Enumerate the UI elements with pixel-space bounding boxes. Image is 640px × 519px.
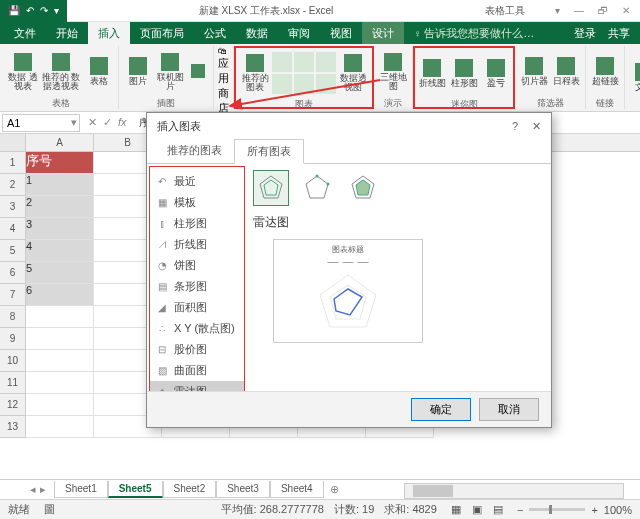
store-button[interactable]: 🛍 应用商店 [218,46,229,116]
text-button[interactable]: 文本 [629,53,640,103]
share-link[interactable]: 共享 [608,26,630,41]
pie-chart-icon[interactable] [316,52,336,72]
column-chart-icon[interactable] [272,52,292,72]
accept-formula-icon[interactable]: ✓ [103,116,112,129]
tab-insert[interactable]: 插入 [88,22,130,44]
cell[interactable] [26,394,94,416]
login-link[interactable]: 登录 [574,26,596,41]
cancel-button[interactable]: 取消 [479,398,539,421]
cell[interactable] [26,350,94,372]
recommended-pivot-button[interactable]: 推荐的 数据透视表 [40,47,82,97]
page-layout-icon[interactable]: ▣ [468,503,486,515]
chart-type-item[interactable]: ▧曲面图 [150,360,244,381]
sheet-tab[interactable]: Sheet4 [270,481,324,498]
cell[interactable]: 3 [26,218,94,240]
select-all-corner[interactable] [0,134,26,151]
row-header[interactable]: 2 [0,174,26,196]
chart-type-item[interactable]: ↶最近 [150,171,244,192]
tab-all-charts[interactable]: 所有图表 [234,139,304,164]
cell[interactable] [26,416,94,438]
zoom-out-icon[interactable]: − [517,504,523,516]
horizontal-scrollbar[interactable] [404,483,624,499]
chart-type-item[interactable]: ⩘折线图 [150,234,244,255]
name-box[interactable]: A1▾ [2,114,80,132]
timeline-button[interactable]: 日程表 [551,47,581,97]
radar-variant-filled[interactable] [345,170,381,206]
ribbon-options-icon[interactable]: ▾ [555,5,560,16]
tab-home[interactable]: 开始 [46,22,88,44]
sparkline-winloss-button[interactable]: 盈亏 [481,48,511,98]
radar-variant-lines[interactable] [253,170,289,206]
dialog-title-bar[interactable]: 插入图表 ? ✕ [147,113,551,139]
picture-button[interactable]: 图片 [123,47,153,97]
tell-me-search[interactable]: ♀ 告诉我您想要做什么… [414,26,534,41]
3dmap-button[interactable]: 三维地 图 [378,47,408,97]
ok-button[interactable]: 确定 [411,398,471,421]
cell[interactable]: 6 [26,284,94,306]
table-button[interactable]: 表格 [84,47,114,97]
close-icon[interactable]: ✕ [532,120,541,133]
chart-type-item[interactable]: ∴X Y (散点图) [150,318,244,339]
cell[interactable]: 序号 [26,152,94,174]
area-chart-icon[interactable] [294,74,314,94]
row-header[interactable]: 1 [0,152,26,174]
sheet-tab[interactable]: Sheet1 [54,481,108,498]
sparkline-column-button[interactable]: 柱形图 [449,48,479,98]
tab-view[interactable]: 视图 [320,22,362,44]
normal-view-icon[interactable]: ▦ [447,503,465,515]
row-header[interactable]: 12 [0,394,26,416]
row-header[interactable]: 10 [0,350,26,372]
row-header[interactable]: 6 [0,262,26,284]
pivot-chart-button[interactable]: 数据透视图 [338,48,368,98]
fx-icon[interactable]: fx [118,116,127,129]
cell[interactable] [26,306,94,328]
minimize-icon[interactable]: — [574,5,584,16]
chart-type-item[interactable]: ⊟股价图 [150,339,244,360]
maximize-icon[interactable]: 🗗 [598,5,608,16]
cell[interactable] [26,372,94,394]
chart-type-item[interactable]: ⫿柱形图 [150,213,244,234]
tab-formula[interactable]: 公式 [194,22,236,44]
redo-icon[interactable]: ↷ [40,5,48,16]
cell[interactable]: 2 [26,196,94,218]
tab-file[interactable]: 文件 [4,22,46,44]
tab-layout[interactable]: 页面布局 [130,22,194,44]
slicer-button[interactable]: 切片器 [519,47,549,97]
sheet-tab[interactable]: Sheet3 [216,481,270,498]
online-picture-button[interactable]: 联机图片 [155,47,185,97]
col-header[interactable]: A [26,134,94,151]
row-header[interactable]: 4 [0,218,26,240]
chevron-down-icon[interactable]: ▾ [71,116,77,129]
pivot-table-button[interactable]: 数据 透视表 [8,47,38,97]
cell[interactable]: 4 [26,240,94,262]
qat-dropdown-icon[interactable]: ▾ [54,5,59,16]
chart-type-item[interactable]: ▦模板 [150,192,244,213]
row-header[interactable]: 5 [0,240,26,262]
sheet-tab[interactable]: Sheet2 [163,481,217,498]
zoom-slider[interactable] [529,508,585,511]
row-header[interactable]: 8 [0,306,26,328]
hyperlink-button[interactable]: 超链接 [590,47,620,97]
sparkline-line-button[interactable]: 折线图 [417,48,447,98]
tab-review[interactable]: 审阅 [278,22,320,44]
row-header[interactable]: 3 [0,196,26,218]
cell[interactable]: 5 [26,262,94,284]
new-sheet-button[interactable]: ⊕ [324,483,345,496]
cancel-formula-icon[interactable]: ✕ [88,116,97,129]
cell[interactable] [26,328,94,350]
row-header[interactable]: 7 [0,284,26,306]
line-chart-icon[interactable] [294,52,314,72]
scatter-chart-icon[interactable] [316,74,336,94]
zoom-in-icon[interactable]: + [591,504,597,516]
chart-preview[interactable]: 图表标题 ——— [273,239,423,343]
help-icon[interactable]: ? [512,120,518,133]
zoom-level[interactable]: 100% [604,504,632,516]
chart-type-item[interactable]: ▤条形图 [150,276,244,297]
radar-variant-markers[interactable] [299,170,335,206]
row-header[interactable]: 9 [0,328,26,350]
undo-icon[interactable]: ↶ [26,5,34,16]
cell[interactable]: 1 [26,174,94,196]
shapes-icon[interactable] [187,61,209,83]
chart-type-item[interactable]: ◢面积图 [150,297,244,318]
close-icon[interactable]: ✕ [622,5,630,16]
